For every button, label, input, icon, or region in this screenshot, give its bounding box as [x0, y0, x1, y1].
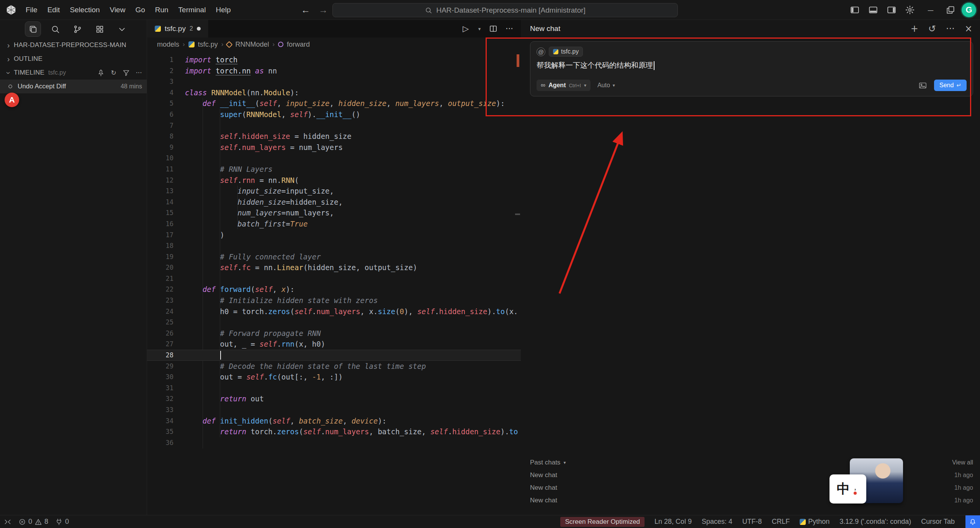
extensions-icon[interactable]	[95, 24, 105, 34]
attach-image-icon[interactable]	[918, 81, 927, 90]
sidebar-section-outline[interactable]: › OUTLINE	[0, 52, 147, 66]
past-chat-item[interactable]: New chat1h ago	[530, 494, 973, 507]
breadcrumb-item-forward[interactable]: forward	[287, 41, 310, 49]
ellipsis-icon[interactable]: ···	[946, 23, 955, 34]
chevron-down-icon[interactable]	[117, 24, 127, 34]
cursor-position[interactable]: Ln 28, Col 9	[654, 518, 692, 526]
menu-view[interactable]: View	[105, 6, 131, 14]
layout-panel-icon[interactable]	[868, 5, 878, 15]
source-control-icon[interactable]	[73, 24, 82, 34]
code-line-9[interactable]: 9 self.num_layers = num_layers	[147, 142, 521, 153]
code-line-10[interactable]: 10	[147, 153, 521, 164]
sidebar-section-timeline[interactable]: › TIMELINE tsfc.py ↻···	[0, 66, 147, 80]
layout-sidebar-left-icon[interactable]	[850, 5, 860, 15]
filter-icon[interactable]	[122, 69, 130, 77]
code-line-14[interactable]: 14 hidden_size=hidden_size,	[147, 197, 521, 208]
code-line-30[interactable]: 30 out = self.fc(out[:, -1, :])	[147, 372, 521, 383]
modified-dot-icon[interactable]	[197, 27, 201, 31]
code-line-1[interactable]: 1import torch	[147, 54, 521, 65]
ports-indicator[interactable]: 0	[55, 518, 69, 526]
encoding-status[interactable]: UTF-8	[742, 518, 762, 526]
code-line-15[interactable]: 15 num_layers=num_layers,	[147, 207, 521, 218]
code-line-33[interactable]: 33	[147, 404, 521, 416]
split-editor-icon[interactable]	[489, 24, 498, 33]
menu-file[interactable]: File	[21, 6, 43, 14]
view-all-link[interactable]: View all	[952, 459, 973, 466]
code-line-11[interactable]: 11 # RNN Layers	[147, 164, 521, 175]
past-chat-item[interactable]: New chat1h ago	[530, 469, 973, 481]
grammarly-badge[interactable]: G	[962, 3, 976, 17]
code-line-17[interactable]: 17 )	[147, 230, 521, 241]
menu-run[interactable]: Run	[150, 6, 173, 14]
command-center-search[interactable]: HAR-Dataset-Preprocess-main [Administrat…	[332, 3, 678, 17]
chevron-sm-icon[interactable]: ▾	[477, 24, 482, 33]
activity-source-control[interactable]	[70, 22, 85, 36]
activity-chevron-down[interactable]	[114, 22, 129, 36]
layout-sidebar-right-icon[interactable]	[887, 5, 897, 15]
chat-input-card[interactable]: @ tsfc.py 帮我解释一下这个代码的结构和原理 ∞ Agent Ctrl+…	[530, 41, 973, 96]
code-line-26[interactable]: 26 # Forward propagate RNN	[147, 328, 521, 339]
settings-gear-icon[interactable]	[905, 5, 915, 15]
minimize-icon[interactable]: —	[926, 5, 936, 15]
activity-search[interactable]	[47, 22, 63, 36]
menu-edit[interactable]: Edit	[43, 6, 65, 14]
run-icon[interactable]: ▷	[461, 24, 470, 33]
past-chat-item[interactable]: New chat1h ago	[530, 481, 973, 494]
code-line-8[interactable]: 8 self.hidden_size = hidden_size	[147, 131, 521, 142]
past-chats-header[interactable]: Past chats ▾ View all	[530, 456, 973, 469]
menu-help[interactable]: Help	[211, 6, 236, 14]
menu-selection[interactable]: Selection	[65, 6, 105, 14]
code-line-18[interactable]: 18	[147, 240, 521, 251]
code-line-32[interactable]: 32 return out	[147, 393, 521, 404]
close-icon[interactable]: ×	[965, 23, 972, 34]
history-icon[interactable]: ↺	[928, 23, 936, 34]
agent-mode-selector[interactable]: ∞ Agent Ctrl+I ▾	[537, 80, 591, 91]
ellipsis-icon[interactable]: ···	[135, 69, 143, 77]
code-line-25[interactable]: 25	[147, 317, 521, 328]
plus-icon[interactable]: +	[911, 23, 918, 34]
remote-indicator[interactable]	[4, 518, 11, 526]
code-line-24[interactable]: 24 h0 = torch.zeros(self.num_layers, x.s…	[147, 306, 521, 317]
refresh-icon[interactable]: ↻	[110, 69, 118, 77]
code-line-12[interactable]: 12 self.rnn = nn.RNN(	[147, 175, 521, 186]
indentation-status[interactable]: Spaces: 4	[702, 518, 732, 526]
chat-input[interactable]: 帮我解释一下这个代码的结构和原理	[537, 60, 967, 70]
code-line-16[interactable]: 16 batch_first=True	[147, 218, 521, 230]
menu-terminal[interactable]: Terminal	[173, 6, 211, 14]
code-line-36[interactable]: 36	[147, 437, 521, 448]
ime-status-box[interactable]: 中 ，	[829, 474, 866, 504]
back-icon[interactable]: ←	[301, 5, 310, 15]
code-line-4[interactable]: 4class RNNModel(nn.Module):	[147, 87, 521, 98]
code-line-6[interactable]: 6 super(RNNModel, self).__init__()	[147, 109, 521, 120]
code-line-20[interactable]: 20 self.fc = nn.Linear(hidden_size, outp…	[147, 262, 521, 273]
code-line-28[interactable]: 28	[147, 350, 521, 361]
code-line-22[interactable]: 22 def forward(self, x):	[147, 284, 521, 295]
code-line-2[interactable]: 2import torch.nn as nn	[147, 65, 521, 77]
code-line-3[interactable]: 3	[147, 76, 521, 87]
extension-notification-badge[interactable]: A	[5, 93, 19, 107]
code-line-31[interactable]: 31	[147, 383, 521, 394]
code-line-21[interactable]: 21	[147, 273, 521, 284]
code-line-34[interactable]: 34 def init_hidden(self, batch_size, dev…	[147, 416, 521, 427]
sidebar-section-project[interactable]: › HAR-DATASET-PREPROCESS-MAIN	[0, 38, 147, 52]
maximize-icon[interactable]	[946, 5, 955, 15]
problems-indicator[interactable]: 0 8	[18, 518, 48, 526]
context-file-chip[interactable]: tsfc.py	[549, 47, 583, 57]
timeline-item-undo-accept-diff[interactable]: Undo Accept Diff 48 mins	[0, 80, 147, 93]
code-line-19[interactable]: 19 # Fully connected layer	[147, 251, 521, 262]
breadcrumb-item-models[interactable]: models	[157, 41, 179, 49]
mention-icon[interactable]: @	[537, 47, 545, 56]
language-mode[interactable]: Python	[800, 518, 829, 526]
explorer-icon[interactable]	[28, 24, 38, 34]
code-editor[interactable]: 1import torch2import torch.nn as nn34cla…	[147, 51, 521, 515]
chat-tab-title[interactable]: New chat	[530, 24, 560, 33]
tab-tsfc-py[interactable]: tsfc.py 2	[147, 20, 209, 37]
activity-explorer[interactable]	[25, 22, 41, 36]
code-line-35[interactable]: 35 return torch.zeros(self.num_layers, b…	[147, 426, 521, 437]
code-line-29[interactable]: 29 # Decode the hidden state of the last…	[147, 361, 521, 372]
code-line-23[interactable]: 23 # Initialize hidden state with zeros	[147, 295, 521, 306]
notifications-bell[interactable]	[965, 515, 980, 528]
code-line-27[interactable]: 27 out, _ = self.rnn(x, h0)	[147, 339, 521, 350]
forward-icon[interactable]: →	[319, 5, 328, 15]
code-line-7[interactable]: 7	[147, 120, 521, 131]
